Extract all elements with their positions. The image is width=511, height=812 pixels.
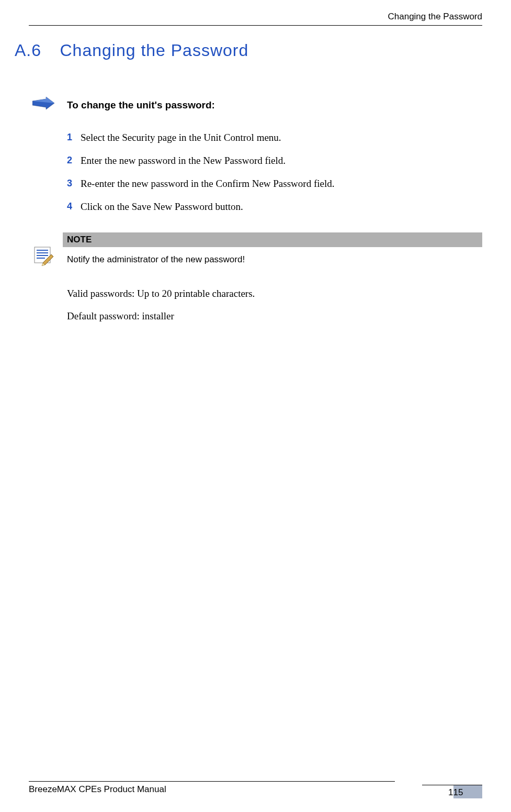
note-body: Notify the administrator of the new pass… [63,247,482,267]
section-title: Changing the Password [60,41,248,60]
procedure-steps: 1Select the Security page in the Unit Co… [67,132,334,224]
step-text: Select the Security page in the Unit Con… [81,132,281,143]
arrow-right-icon [32,97,54,112]
header-rule [29,25,482,26]
running-head: Changing the Password [388,12,482,22]
svg-marker-0 [32,97,54,109]
page-number-box: 115 [422,785,482,798]
footer-manual-name: BreezeMAX CPEs Product Manual [29,784,166,795]
page-number: 115 [448,787,463,798]
step-text: Re-enter the new password in the Confirm… [81,178,334,189]
step-number: 1 [67,132,81,143]
step-number: 4 [67,201,81,212]
step-item: 4Click on the Save New Password button. [67,201,334,213]
default-password-text: Default password: installer [67,310,174,322]
page-number-rule [422,785,482,785]
step-text: Click on the Save New Password button. [81,201,243,212]
step-text: Enter the new password in the New Passwo… [81,155,286,166]
step-item: 2Enter the new password in the New Passw… [67,155,334,166]
step-number: 2 [67,155,81,166]
note-box: NOTE Notify the administrator of the new… [63,232,482,267]
note-label: NOTE [63,232,482,247]
footer-rule [29,781,395,782]
section-number: A.6 [15,41,41,60]
step-number: 3 [67,178,81,189]
valid-passwords-text: Valid passwords: Up to 20 printable char… [67,288,255,299]
section-heading: A.6 Changing the Password [15,41,248,60]
procedure-title: To change the unit's password: [67,99,215,111]
note-pencil-icon [32,244,54,268]
step-item: 1Select the Security page in the Unit Co… [67,132,334,143]
step-item: 3Re-enter the new password in the Confir… [67,178,334,190]
